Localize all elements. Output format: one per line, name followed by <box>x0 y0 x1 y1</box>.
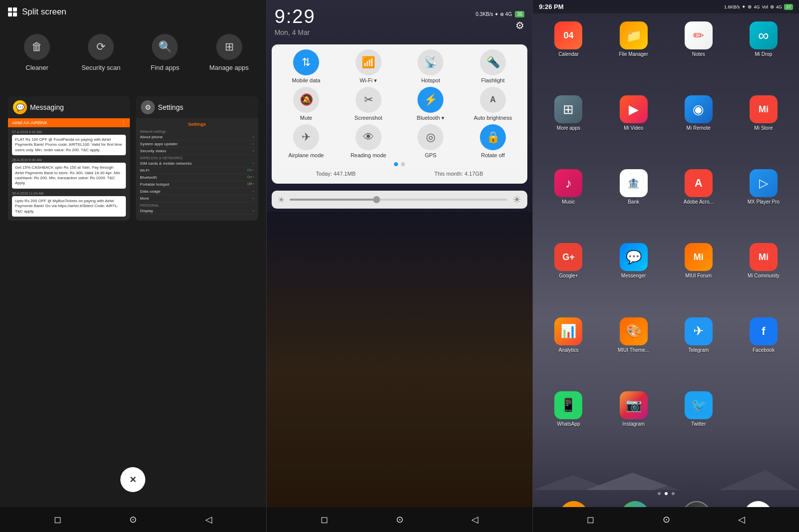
app-miui-forum[interactable]: Mi MIUI Forum <box>666 239 731 313</box>
settings-gear-icon[interactable]: ⚙ <box>515 19 524 31</box>
cleaner-tool[interactable]: 🗑 Cleaner <box>17 34 57 71</box>
hotspot-icon: 📡 <box>417 49 443 75</box>
panel2-back-btn[interactable]: ◁ <box>471 514 478 525</box>
app-bank[interactable]: 🏦 Bank <box>601 165 666 239</box>
notification-time: 9:29 <box>275 6 316 27</box>
brightness-slider[interactable]: ☀ ☀ <box>272 191 528 209</box>
system-apps-updater-item[interactable]: System apps updater› <box>140 141 254 148</box>
app-messenger[interactable]: 💬 Messenger <box>601 239 666 313</box>
mi-community-label: Mi Community <box>748 273 780 278</box>
app-miui-themes[interactable]: 🎨 MIUI Theme... <box>601 313 666 387</box>
app-calendar[interactable]: 04 Calendar <box>536 17 601 91</box>
manage-apps-tool[interactable]: ⊞ Manage apps <box>209 34 249 71</box>
whatsapp-label: WhatsApp <box>557 421 580 427</box>
about-phone-item[interactable]: About phone› <box>140 134 254 141</box>
manage-apps-icon: ⊞ <box>216 34 242 60</box>
panel3-home-btn[interactable]: ⊙ <box>663 514 670 525</box>
panel3-back-btn[interactable]: ◁ <box>738 514 745 525</box>
security-status-item[interactable]: Security status› <box>140 148 254 155</box>
notification-time-block: 9:29 Mon, 4 Mar <box>275 6 316 36</box>
bluetooth-toggle[interactable]: ⚡ Bluetooth ▾ <box>401 87 460 121</box>
messaging-app-label: Messaging <box>30 103 64 111</box>
bluetooth-item[interactable]: BluetoothOn › <box>140 174 254 181</box>
app-mx-player[interactable]: ▷ MX Player Pro <box>731 165 796 239</box>
notes-label: Notes <box>692 51 705 57</box>
panel2-home-btn[interactable]: ⊙ <box>396 514 403 525</box>
rotate-off-toggle[interactable]: 🔒 Rotate off <box>463 124 523 158</box>
mi-remote-icon: ◉ <box>685 95 713 123</box>
hotspot-toggle[interactable]: 📡 Hotspot <box>401 49 460 84</box>
app-mi-drop[interactable]: ∞ Mi Drop <box>731 17 796 91</box>
settings-window: ⚙ Settings Settings Network settings Abo… <box>136 96 258 221</box>
flashlight-toggle[interactable]: 🔦 Flashlight <box>463 49 523 84</box>
find-apps-tool[interactable]: 🔍 Find apps <box>145 34 185 71</box>
mute-toggle[interactable]: 🔕 Mute <box>277 87 336 121</box>
mute-icon: 🔕 <box>293 87 319 113</box>
mobile-data-toggle[interactable]: ⇅ Mobile data <box>277 49 336 84</box>
app-instagram[interactable]: 📷 Instagram <box>601 387 666 461</box>
app-more-apps[interactable]: ⊞ More apps <box>536 91 601 165</box>
analytics-icon: 📊 <box>554 317 582 345</box>
mountains-decoration <box>533 465 799 490</box>
mi-video-label: Mi Video <box>624 125 643 131</box>
split-icon <box>8 7 17 16</box>
app-google-plus[interactable]: G+ Google+ <box>536 239 601 313</box>
app-analytics[interactable]: 📊 Analytics <box>536 313 601 387</box>
message-item-2: Get 15% CASHBACK upto Rs 150 at Yatri. P… <box>12 163 126 189</box>
app-mi-community[interactable]: Mi Mi Community <box>731 239 796 313</box>
settings-title-bar: ⚙ Settings <box>136 96 258 118</box>
app-facebook[interactable]: f Facebook <box>731 313 796 387</box>
panel1-square-btn[interactable]: ◻ <box>54 514 61 525</box>
more-item[interactable]: More› <box>140 195 254 202</box>
gps-toggle[interactable]: ◎ GPS <box>401 124 460 158</box>
app-file-manager[interactable]: 📁 File Manager <box>601 17 666 91</box>
instagram-label: Instagram <box>622 421 644 427</box>
close-button[interactable]: × <box>120 467 145 492</box>
notification-panel: 9:29 Mon, 4 Mar 0.3KB/s ✦ ⊕ 4G 36 ⚙ ⇅ Mo… <box>267 0 533 532</box>
mi-store-icon: Mi <box>750 95 778 123</box>
panel3-square-btn[interactable]: ◻ <box>587 514 594 525</box>
mute-label: Mute <box>300 115 312 121</box>
screenshot-toggle[interactable]: ✂ Screenshot <box>339 87 398 121</box>
app-whatsapp[interactable]: 📱 WhatsApp <box>536 387 601 461</box>
sim-cards-item[interactable]: SIM cards & mobile networks› <box>140 160 254 167</box>
wifi-toggle[interactable]: 📶 Wi-Fi ▾ <box>339 49 398 84</box>
app-telegram[interactable]: ✈ Telegram <box>666 313 731 387</box>
app-notes[interactable]: ✏ Notes <box>666 17 731 91</box>
adobe-icon: A <box>685 169 713 197</box>
airplane-toggle[interactable]: ✈ Airplane mode <box>277 124 336 158</box>
app-mi-video[interactable]: ▶ Mi Video <box>601 91 666 165</box>
more-apps-label: More apps <box>557 125 580 131</box>
panel1-home-btn[interactable]: ⊙ <box>129 514 137 525</box>
brightness-fill <box>290 199 377 201</box>
app-mi-remote[interactable]: ◉ Mi Remote <box>666 91 731 165</box>
find-apps-label: Find apps <box>151 64 179 71</box>
wireless-section: WIRELESS & NETWORKS <box>140 156 254 160</box>
auto-brightness-toggle[interactable]: A Auto brightness <box>463 87 523 121</box>
notif-header-right: 0.3KB/s ✦ ⊕ 4G 36 ⚙ <box>476 11 525 31</box>
reading-mode-toggle[interactable]: 👁 Reading mode <box>339 124 398 158</box>
panel2-square-btn[interactable]: ◻ <box>321 514 328 525</box>
hotspot-item[interactable]: Portable hotspotOff › <box>140 181 254 188</box>
app-adobe[interactable]: A Adobe Acro... <box>666 165 731 239</box>
auto-brightness-label: Auto brightness <box>474 115 512 121</box>
notification-header: 9:29 Mon, 4 Mar 0.3KB/s ✦ ⊕ 4G 36 ⚙ <box>267 0 533 40</box>
panel3-bottom-nav: ◻ ⊙ ◁ <box>533 507 799 532</box>
4g-1-label: 4G <box>754 4 760 9</box>
msg-date-3: 30-4-2019 11:04 AM <box>12 191 126 196</box>
display-item[interactable]: Display› <box>140 208 254 215</box>
speed-indicator: 1.6KB/s <box>724 4 740 9</box>
messaging-options[interactable]: ⋮ <box>121 120 126 125</box>
brightness-thumb[interactable] <box>373 196 380 203</box>
wifi-item[interactable]: Wi-FiOn › <box>140 167 254 174</box>
data-usage-item[interactable]: Data usage› <box>140 188 254 195</box>
home-status-bar: 9:26 PM 1.6KB/s ✦ ⊕ 4G Vol ⊕ 4G 37 <box>533 0 799 13</box>
security-scan-tool[interactable]: ⟳ Security scan <box>81 34 121 71</box>
whatsapp-icon: 📱 <box>554 391 582 419</box>
panel1-back-btn[interactable]: ◁ <box>205 514 212 525</box>
app-music[interactable]: ♪ Music <box>536 165 601 239</box>
reading-mode-icon: 👁 <box>356 124 382 150</box>
app-twitter[interactable]: 🐦 Twitter <box>666 387 731 461</box>
app-placeholder <box>731 387 796 461</box>
app-mi-store[interactable]: Mi Mi Store <box>731 91 796 165</box>
